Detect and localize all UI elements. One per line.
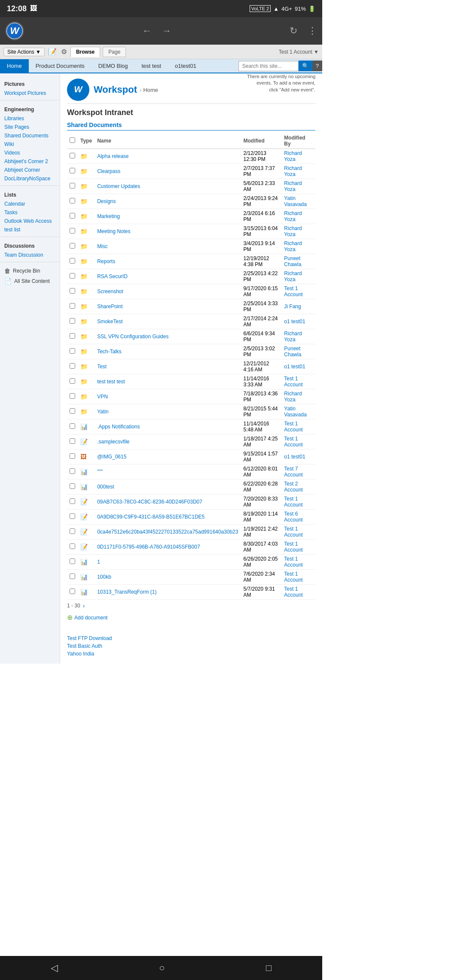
row-checkbox[interactable] — [70, 243, 75, 249]
doc-name-link[interactable]: SSL VPN Configuration Guides — [97, 334, 168, 340]
doc-name-link[interactable]: 000test — [97, 484, 114, 490]
row-checkbox[interactable] — [70, 168, 75, 173]
modified-by-link[interactable]: Test 2 Account — [284, 481, 302, 493]
sidebar-item-outlook[interactable]: Outlook Web Access — [0, 217, 60, 225]
footer-link-ftp[interactable]: Test FTP Download — [67, 635, 315, 641]
row-checkbox[interactable] — [70, 438, 75, 444]
doc-name-link[interactable]: Alpha release — [97, 153, 128, 159]
android-home-button[interactable]: ○ — [159, 962, 165, 974]
select-all-checkbox[interactable] — [70, 137, 75, 143]
modified-by-link[interactable]: Yatin Vasavada — [284, 195, 306, 207]
sidebar-item-team-discussion[interactable]: Team Discussion — [0, 251, 60, 259]
row-checkbox[interactable] — [70, 528, 75, 534]
tab-home[interactable]: Home — [0, 59, 29, 73]
test-account-button[interactable]: Test 1 Account ▼ — [279, 49, 319, 55]
sidebar-item-test-list[interactable]: test list — [0, 225, 60, 234]
android-back-button[interactable]: ◁ — [51, 962, 58, 974]
row-checkbox[interactable] — [70, 378, 75, 384]
row-checkbox[interactable] — [70, 363, 75, 369]
modified-by-link[interactable]: Test 1 Account — [284, 541, 302, 553]
modified-by-link[interactable]: Ji Fang — [284, 303, 301, 309]
row-checkbox[interactable] — [70, 213, 75, 218]
doc-name-link[interactable]: Clearpass — [97, 168, 120, 174]
add-document-link[interactable]: ⊕ Add document — [67, 613, 107, 622]
recycle-bin-item[interactable]: 🗑 Recycle Bin — [0, 266, 60, 276]
settings-icon[interactable]: ⚙ — [60, 47, 68, 57]
sidebar-item-videos[interactable]: Videos — [0, 149, 60, 157]
edit-page-icon[interactable]: 📝 — [47, 47, 58, 57]
row-checkbox[interactable] — [70, 589, 75, 594]
row-checkbox[interactable] — [70, 288, 75, 294]
doc-name-link[interactable]: VPN — [97, 394, 108, 400]
row-checkbox[interactable] — [70, 183, 75, 188]
modified-by-link[interactable]: Richard Yoza — [284, 240, 302, 252]
doc-name-link[interactable]: Reports — [97, 258, 115, 264]
doc-name-link[interactable]: Yatin — [97, 409, 108, 415]
row-checkbox[interactable] — [70, 198, 75, 203]
row-checkbox[interactable] — [70, 423, 75, 429]
tab-test-test[interactable]: test test — [135, 59, 168, 73]
row-checkbox[interactable] — [70, 273, 75, 279]
doc-name-link[interactable]: 0A9D8C99-C9F9-431C-8A59-B51E67BC1DE5 — [97, 514, 205, 520]
modified-by-link[interactable]: Puneet Chawla — [284, 346, 301, 358]
browser-menu-button[interactable]: ⋮ — [308, 25, 317, 36]
modified-by-link[interactable]: o1 test01 — [284, 319, 305, 325]
tab-demo-blog[interactable]: DEMO Blog — [92, 59, 135, 73]
modified-by-link[interactable]: Test 1 Account — [284, 526, 302, 538]
tab-o1test01[interactable]: o1test01 — [168, 59, 203, 73]
modified-by-link[interactable]: Test 1 Account — [284, 556, 302, 568]
page-tab[interactable]: Page — [103, 47, 126, 57]
help-button[interactable]: ? — [312, 61, 322, 71]
doc-name-link[interactable]: Misc — [97, 243, 108, 249]
doc-name-link[interactable]: 0D1171F0-5795-496B-A760-A91045SFB007 — [97, 544, 200, 550]
modified-by-link[interactable]: Test 1 Account — [284, 436, 302, 448]
row-checkbox[interactable] — [70, 348, 75, 354]
modified-by-link[interactable]: Test 1 Account — [284, 285, 302, 297]
doc-name-link[interactable]: Meeting Notes — [97, 228, 130, 234]
doc-name-link[interactable]: Customer Updates — [97, 183, 140, 189]
row-checkbox[interactable] — [70, 483, 75, 489]
doc-name-link[interactable]: .samplecsvfile — [97, 439, 129, 445]
sidebar-item-abhijeet-corner[interactable]: Abhijeet Corner — [0, 166, 60, 174]
modified-by-link[interactable]: Test 7 Account — [284, 466, 302, 478]
sidebar-item-wiki[interactable]: Wiki — [0, 140, 60, 149]
doc-name-link[interactable]: RSA SecurID — [97, 273, 128, 279]
doc-name-link[interactable]: 09AB7C63-78C0-4C8C-8236-40D246F03D07 — [97, 499, 202, 505]
tab-product-documents[interactable]: Product Documents — [29, 59, 92, 73]
forward-button[interactable]: → — [162, 25, 171, 36]
row-checkbox[interactable] — [70, 228, 75, 234]
modified-by-link[interactable]: Richard Yoza — [284, 150, 302, 162]
doc-name-link[interactable]: 1 — [97, 559, 100, 565]
modified-by-link[interactable]: Yatin Vasavada — [284, 406, 306, 418]
refresh-button[interactable]: ↻ — [290, 25, 297, 36]
sidebar-item-site-pages[interactable]: Site Pages — [0, 123, 60, 131]
row-checkbox[interactable] — [70, 468, 75, 474]
doc-name-link[interactable]: 0ca4e7512e6c20ba43f4522270133522ca75ad99… — [97, 529, 238, 535]
sidebar-item-abhijeet-corner2[interactable]: Abhijeet's Corner 2 — [0, 157, 60, 166]
row-checkbox[interactable] — [70, 513, 75, 519]
sidebar-item-tasks[interactable]: Tasks — [0, 208, 60, 217]
sidebar-item-libraries[interactable]: Libraries — [0, 114, 60, 123]
search-input[interactable] — [238, 61, 299, 71]
doc-name-link[interactable]: test test test — [97, 379, 125, 385]
row-checkbox[interactable] — [70, 558, 75, 564]
modified-by-link[interactable]: Test 1 Account — [284, 586, 302, 598]
row-checkbox[interactable] — [70, 453, 75, 459]
android-recents-button[interactable]: □ — [266, 962, 272, 974]
doc-name-link[interactable]: Screenshot — [97, 288, 123, 294]
row-checkbox[interactable] — [70, 408, 75, 414]
doc-name-link[interactable]: SharePoint — [97, 303, 122, 309]
modified-by-link[interactable]: o1 test01 — [284, 364, 305, 370]
doc-name-link[interactable]: Test — [97, 364, 107, 370]
modified-by-link[interactable]: Test 1 Account — [284, 496, 302, 508]
sidebar-item-workspot-pictures[interactable]: Workspot Pictures — [0, 89, 60, 97]
doc-name-link[interactable]: Designs — [97, 198, 116, 204]
footer-link-yahoo[interactable]: Yahoo India — [67, 651, 315, 657]
sidebar-item-shared-documents[interactable]: Shared Documents — [0, 131, 60, 140]
back-button[interactable]: ← — [142, 25, 152, 36]
modified-by-link[interactable]: Richard Yoza — [284, 225, 302, 237]
all-site-content-item[interactable]: 📄 All Site Content — [0, 276, 60, 286]
row-checkbox[interactable] — [70, 333, 75, 339]
doc-name-link[interactable]: @IMG_0615 — [97, 454, 126, 460]
modified-by-link[interactable]: Richard Yoza — [284, 210, 302, 222]
